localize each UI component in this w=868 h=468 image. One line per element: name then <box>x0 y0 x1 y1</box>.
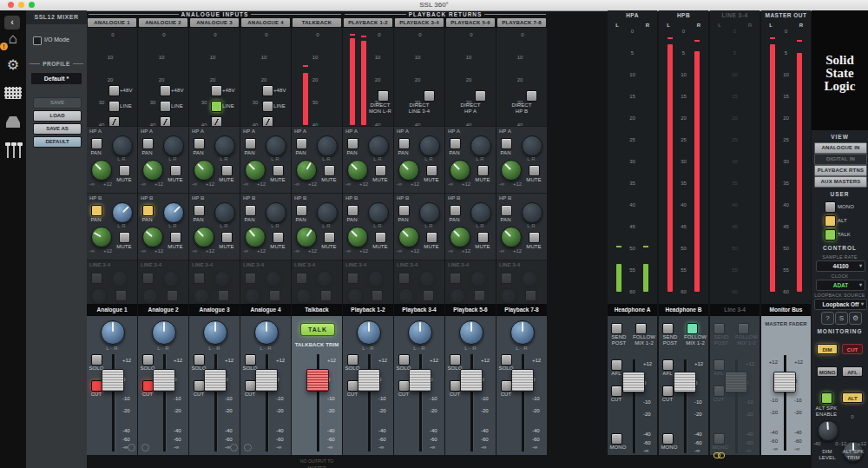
send-post-button[interactable] <box>713 323 725 334</box>
afl-button[interactable] <box>713 359 725 371</box>
pan-button[interactable] <box>398 138 410 149</box>
back-icon[interactable]: ‹ <box>4 16 20 30</box>
settings-button[interactable]: ⚙ <box>849 312 862 325</box>
phantom-48v-button[interactable] <box>108 85 120 96</box>
pan-button[interactable] <box>501 138 512 149</box>
afl-button[interactable] <box>662 359 674 371</box>
pan-knob[interactable] <box>419 271 435 287</box>
mono-button[interactable]: MONO <box>817 366 838 377</box>
send-post-button[interactable] <box>611 323 622 334</box>
pan-button[interactable] <box>91 205 102 216</box>
direct-button[interactable] <box>475 90 486 102</box>
follow-mix-button[interactable] <box>687 323 698 334</box>
send-post-button[interactable] <box>662 323 674 334</box>
pan-button[interactable] <box>347 273 358 284</box>
pan-knob[interactable] <box>522 135 542 156</box>
pan-button[interactable] <box>194 138 205 149</box>
mute-button[interactable] <box>218 290 229 301</box>
view-analogue-in-button[interactable]: ANALOGUE IN <box>814 142 867 154</box>
pan-button[interactable] <box>296 138 307 149</box>
pan-button[interactable] <box>347 138 358 149</box>
link-icon[interactable] <box>141 444 149 452</box>
cut-button[interactable] <box>611 386 622 397</box>
pan-knob[interactable] <box>470 202 491 223</box>
pan-knob[interactable] <box>522 202 542 223</box>
link-icon[interactable] <box>244 444 252 452</box>
pan-knob[interactable] <box>163 271 179 287</box>
level-knob[interactable] <box>501 288 516 304</box>
link-icon[interactable] <box>128 444 135 452</box>
mute-button[interactable] <box>170 165 181 176</box>
level-knob[interactable] <box>501 227 522 247</box>
mute-button[interactable] <box>477 165 489 176</box>
mute-button[interactable] <box>320 290 332 301</box>
pan-button[interactable] <box>91 138 102 149</box>
pan-button[interactable] <box>450 205 461 216</box>
master-fader-handle[interactable] <box>773 372 796 392</box>
pan-knob[interactable] <box>214 271 230 287</box>
pan-button[interactable] <box>296 205 307 216</box>
pan-knob[interactable] <box>152 320 176 345</box>
level-knob[interactable] <box>347 288 363 304</box>
fader-handle[interactable] <box>460 369 483 392</box>
fader-track[interactable] <box>784 355 786 451</box>
pan-knob[interactable] <box>317 135 338 156</box>
pan-knob[interactable] <box>522 271 537 287</box>
level-knob[interactable] <box>245 227 266 247</box>
phantom-48v-button[interactable] <box>262 85 273 96</box>
cut-button[interactable] <box>713 386 725 397</box>
pan-button[interactable] <box>245 205 256 216</box>
afl-button[interactable] <box>611 359 622 371</box>
pan-knob[interactable] <box>203 320 227 345</box>
pan-button[interactable] <box>450 138 461 149</box>
solo-button[interactable] <box>347 354 358 366</box>
pan-button[interactable] <box>501 273 512 284</box>
pan-button[interactable] <box>450 273 461 284</box>
view-playback-rtns-button[interactable]: PLAYBACK RTNS <box>814 165 867 176</box>
fader-handle[interactable] <box>725 372 747 392</box>
level-knob[interactable] <box>142 160 163 181</box>
mute-button[interactable] <box>375 165 386 176</box>
home-icon[interactable]: ⌂ ! <box>3 30 23 49</box>
fader-handle[interactable] <box>153 369 175 392</box>
pan-knob[interactable] <box>101 320 125 345</box>
level-knob[interactable] <box>450 227 470 247</box>
sample-rate-select[interactable]: 44100▾ <box>816 260 865 272</box>
mute-button[interactable] <box>170 232 181 243</box>
mute-button[interactable] <box>119 232 130 243</box>
user-talk-button[interactable] <box>825 229 836 241</box>
level-knob[interactable] <box>91 288 107 304</box>
direct-button[interactable] <box>424 90 435 102</box>
level-knob[interactable] <box>194 160 214 181</box>
mono-button[interactable] <box>662 433 674 445</box>
default-button[interactable]: DEFAULT <box>33 136 82 148</box>
solo-button[interactable] <box>501 354 512 366</box>
pan-button[interactable] <box>296 273 307 284</box>
pan-knob[interactable] <box>214 202 235 223</box>
mono-button[interactable] <box>611 433 622 445</box>
mute-button[interactable] <box>474 290 485 301</box>
pan-knob[interactable] <box>254 320 279 345</box>
profile-value[interactable]: Default * <box>31 73 82 84</box>
level-knob[interactable] <box>398 288 414 304</box>
solo-button[interactable] <box>245 354 256 366</box>
level-knob[interactable] <box>296 227 317 247</box>
cut-button[interactable] <box>662 386 674 397</box>
alt-button[interactable]: ALT <box>842 392 863 403</box>
mute-button[interactable] <box>273 232 284 243</box>
user-alt-button[interactable] <box>825 215 836 227</box>
mute-button[interactable] <box>423 290 434 301</box>
pan-knob[interactable] <box>266 202 286 223</box>
line-button[interactable] <box>262 101 273 112</box>
direct-button[interactable] <box>526 90 537 102</box>
mute-button[interactable] <box>529 165 540 176</box>
alt-spk-enable-button[interactable] <box>821 392 832 404</box>
phantom-48v-button[interactable] <box>211 85 222 96</box>
fader-handle[interactable] <box>409 369 431 392</box>
pan-button[interactable] <box>245 273 256 284</box>
fader-handle[interactable] <box>306 369 329 392</box>
mute-button[interactable] <box>375 232 386 243</box>
level-knob[interactable] <box>91 227 112 247</box>
solo-button[interactable] <box>450 354 461 366</box>
solo-button[interactable] <box>398 354 410 366</box>
